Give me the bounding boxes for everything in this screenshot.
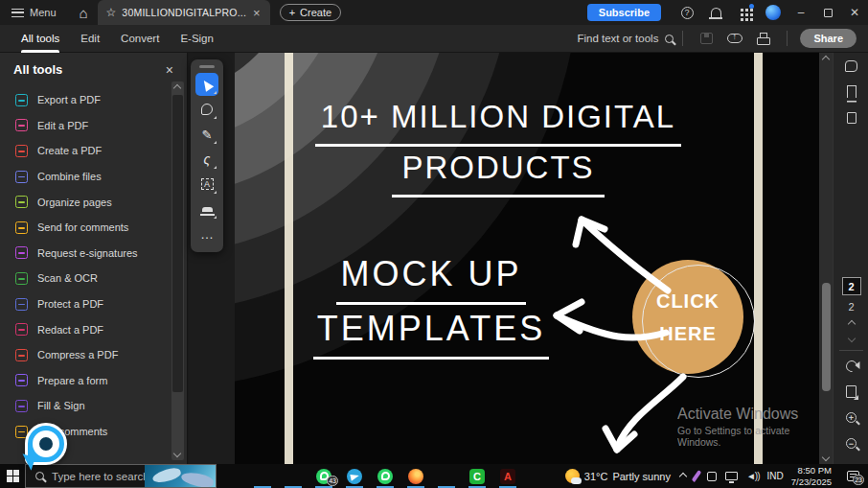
telegram-icon[interactable] [343, 464, 366, 488]
scroll-down-icon[interactable] [173, 450, 181, 457]
camtasia-glyph: C [469, 469, 485, 484]
home-icon[interactable]: ⌂ [80, 6, 88, 20]
document-viewer[interactable]: 10+ MILLION DIGITAL PRODUCTS MOCK UP TEM… [189, 53, 819, 464]
sidebar-item-send-for-comments[interactable]: Send for comments [0, 215, 170, 241]
weather-widget[interactable]: 31°C Partly sunny [565, 469, 671, 483]
tab-convert[interactable]: Convert [121, 25, 159, 53]
menu-label[interactable]: Menu [30, 7, 57, 18]
palette-drag-handle[interactable] [199, 65, 215, 68]
rotate-view-button[interactable] [834, 353, 868, 379]
cloud-upload-icon [727, 34, 742, 43]
upload-cloud-button[interactable] [725, 29, 744, 48]
search-daily-image[interactable] [145, 465, 216, 488]
draw-tool[interactable] [195, 123, 218, 146]
share-button[interactable]: Share [800, 29, 857, 48]
sidebar-item-combine-files[interactable]: Combine files [0, 164, 170, 190]
page-number-input[interactable]: 2 [842, 277, 861, 295]
subscribe-button[interactable]: Subscribe [587, 4, 661, 21]
sidebar-scrollbar[interactable] [171, 81, 184, 460]
lasso-tool[interactable] [195, 148, 218, 171]
chevron-up-icon [679, 472, 687, 479]
taskbar-search[interactable]: Type here to search [25, 464, 217, 488]
tab-edit[interactable]: Edit [80, 25, 100, 53]
language-indicator[interactable]: IND [767, 471, 784, 481]
sidebar-item-export-a-pdf[interactable]: Export a PDF [0, 87, 170, 113]
plus-icon: + [289, 7, 295, 18]
restore-button[interactable] [814, 0, 841, 25]
panel-close-icon[interactable]: × [166, 63, 173, 77]
notes-app-icon[interactable] [435, 464, 458, 488]
bookmarks-button[interactable] [834, 79, 868, 105]
floating-chat-bubble-overlay[interactable] [25, 423, 67, 465]
save-button[interactable] [697, 29, 716, 48]
apps-grid-button[interactable] [735, 3, 754, 22]
page-thumbnails-button[interactable] [834, 105, 868, 130]
viewer-scrollbar[interactable] [819, 53, 833, 464]
scroll-up-icon[interactable] [822, 56, 830, 63]
zoom-in-button[interactable]: + [834, 405, 868, 430]
document-tab[interactable]: ☆ 30MILLIONDIGITALPRO... × [98, 0, 270, 25]
volume-button[interactable]: ◄)) [746, 467, 760, 486]
file-explorer-icon[interactable] [251, 464, 274, 488]
tab-close-icon[interactable]: × [252, 7, 262, 19]
copilot-button[interactable] [764, 3, 783, 22]
stamp-tool[interactable] [195, 198, 218, 221]
sidebar-item-compress-a-pdf[interactable]: Compress a PDF [0, 342, 170, 368]
search-placeholder: Type here to search [52, 471, 149, 482]
comments-button[interactable] [834, 53, 868, 79]
scroll-up-icon[interactable] [173, 84, 181, 92]
clock[interactable]: 8:50 PM 7/23/2025 [791, 465, 832, 487]
search-icon[interactable] [665, 35, 674, 43]
notification-center-button[interactable]: 23 [841, 464, 864, 488]
sidebar-item-edit-a-pdf[interactable]: Edit a PDF [0, 113, 170, 139]
watermark-line-2: Go to Settings to activate Windows. [677, 425, 819, 448]
sidebar-item-prepare-a-form[interactable]: Prepare a form [0, 368, 170, 394]
notifications-button[interactable] [706, 3, 725, 22]
firefox-icon[interactable] [404, 464, 427, 488]
star-icon[interactable]: ☆ [106, 6, 117, 19]
comment-tool[interactable] [195, 98, 218, 121]
sync-button[interactable] [707, 467, 717, 486]
rail-bottom-group: 2 2 +− [834, 277, 868, 456]
scrollbar-thumb[interactable] [822, 283, 831, 391]
help-button[interactable]: ? [677, 3, 697, 22]
select-tool[interactable] [195, 73, 218, 96]
network-display-button[interactable] [725, 467, 738, 486]
whatsapp-icon[interactable]: 43 [312, 464, 335, 488]
click-here-badge[interactable]: CLICK HERE [632, 260, 743, 374]
sidebar-item-redact-a-pdf[interactable]: Redact a PDF [0, 316, 170, 342]
scroll-down-icon[interactable] [822, 453, 830, 461]
sidebar-item-fill-sign[interactable]: Fill & Sign [0, 393, 170, 419]
sidebar-item-scan-ocr[interactable]: Scan & OCR [0, 266, 170, 291]
sidebar-item-organize-pages[interactable]: Organize pages [0, 189, 170, 215]
pen-tool-button[interactable] [695, 467, 698, 486]
find-text-label[interactable]: Find text or tools [577, 33, 658, 44]
close-button[interactable]: ✕ [841, 0, 868, 25]
previous-page-button[interactable] [834, 321, 868, 327]
more-tool[interactable] [195, 222, 218, 245]
print-button[interactable] [754, 29, 773, 48]
tab-esign[interactable]: E-Sign [180, 25, 214, 53]
acrobat-glyph: A [500, 469, 515, 484]
fit-page-button[interactable] [834, 379, 868, 405]
whatsapp-2-icon[interactable] [374, 464, 397, 488]
notepad-document-icon[interactable] [282, 464, 305, 488]
acrobat-icon[interactable]: A [496, 464, 519, 488]
sidebar-item-protect-a-pdf[interactable]: Protect a PDF [0, 291, 170, 317]
sidebar-item-request-e-signatures[interactable]: Request e-signatures [0, 241, 170, 267]
hamburger-menu-icon[interactable] [11, 9, 24, 17]
apps-grid-badge-dot [749, 4, 754, 9]
minimize-button[interactable]: – [788, 0, 814, 25]
next-page-button[interactable] [834, 336, 868, 341]
create-button[interactable]: + Create [280, 4, 341, 21]
tab-all-tools[interactable]: All tools [21, 25, 59, 53]
prepare-form-icon [15, 374, 28, 386]
tray-expand-button[interactable] [680, 467, 686, 486]
zoom-out-button[interactable]: − [834, 430, 868, 456]
camtasia-icon[interactable]: C [466, 464, 489, 488]
task-view-icon[interactable] [220, 464, 243, 488]
sidebar-item-create-a-pdf[interactable]: Create a PDF [0, 138, 170, 164]
scrollbar-thumb[interactable] [172, 95, 183, 392]
pdf-page[interactable]: 10+ MILLION DIGITAL PRODUCTS MOCK UP TEM… [235, 53, 819, 464]
select-text-tool[interactable] [195, 173, 218, 196]
